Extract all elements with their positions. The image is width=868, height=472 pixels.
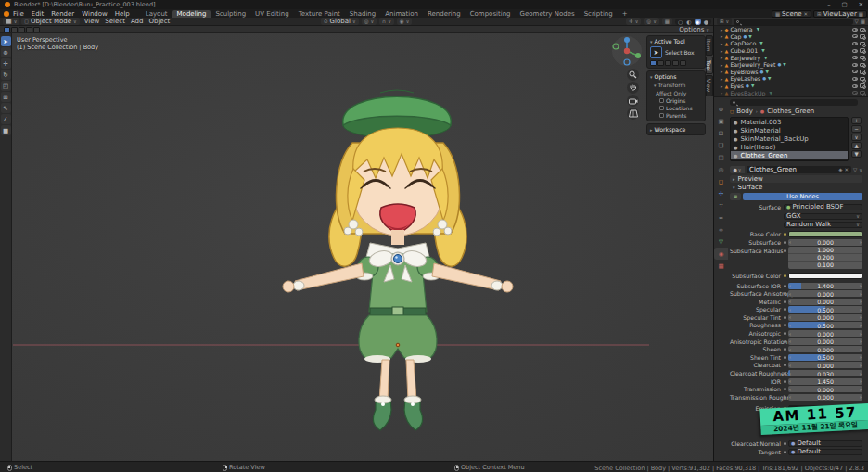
hide-viewport-eye-icon[interactable] [852, 77, 858, 81]
property-slider[interactable]: 0.500 ‹› [788, 322, 862, 328]
select-mode-button[interactable] [26, 27, 32, 32]
properties-tabs-output[interactable]: ⊡ [714, 127, 728, 139]
affect-only-checkbox-row[interactable]: Parents [659, 112, 702, 119]
properties-tabs-constraints[interactable]: ∞ [714, 223, 728, 236]
outliner-filter-icon[interactable]: ▽ [855, 19, 859, 24]
properties-tabs-view-layer[interactable]: ❏ [714, 139, 728, 151]
object-name[interactable]: EarJewelry [730, 55, 760, 61]
expand-icon[interactable]: ▸ [721, 48, 723, 54]
socket-dot-icon[interactable] [784, 249, 786, 252]
item-cursor[interactable]: ⊕ [1, 47, 11, 57]
socket-dot-icon[interactable] [784, 300, 786, 303]
property-slider[interactable]: 0.000 ‹› [788, 314, 862, 321]
proportional-editing-toggle[interactable]: ◉ ∨ [397, 18, 412, 25]
item-transform[interactable]: ⊞ [1, 92, 11, 102]
object-name[interactable]: EyeBrows [730, 69, 758, 75]
property-slider[interactable]: 0.000 ‹› [788, 394, 862, 401]
socket-dot-icon[interactable] [784, 364, 786, 366]
socket-dot-icon[interactable] [784, 442, 786, 445]
sidebar-tab[interactable]: Item [706, 35, 713, 56]
workspace-tab[interactable]: Modeling [172, 10, 211, 18]
outliner-options-icon[interactable]: ▦ [861, 19, 865, 24]
outliner-row[interactable]: ▸ ▲ EyesBackUp ▼ [714, 89, 868, 96]
hide-viewport-eye-icon[interactable] [852, 56, 858, 59]
viewport-menu-item[interactable]: Object [146, 18, 172, 25]
viewlayer-selector[interactable]: ⊞ ViewLayer ▦ [813, 10, 867, 18]
socket-dot-icon[interactable] [784, 388, 786, 390]
hide-viewport-eye-icon[interactable] [852, 91, 858, 95]
property-slider[interactable]: 0.030 ‹› [788, 370, 862, 376]
clearcoat-normal-dropdown[interactable]: ● Default [788, 440, 862, 447]
options-panel-header[interactable]: ▾ Options [650, 73, 702, 80]
workspace-tab[interactable]: UV Editing [250, 10, 294, 18]
hide-viewport-eye-icon[interactable] [852, 70, 858, 73]
workspace-tab[interactable]: Scripting [580, 10, 618, 18]
hide-viewport-eye-icon[interactable] [852, 63, 858, 67]
xray-toggle[interactable]: ▦ [662, 18, 672, 25]
disable-render-camera-icon[interactable] [860, 28, 865, 32]
properties-tabs-render[interactable]: ▣ [714, 115, 728, 127]
unlink-material-icon[interactable]: ✕ [844, 167, 849, 172]
active-tool-panel-header[interactable]: ▾ Active Tool [650, 38, 702, 45]
expand-icon[interactable]: ▸ [721, 33, 723, 39]
disable-render-camera-icon[interactable] [860, 77, 865, 82]
menu-item[interactable]: Edit [28, 10, 48, 18]
select-mode-button[interactable] [672, 60, 679, 66]
property-slider[interactable]: 0.500 ‹› [788, 306, 862, 313]
object-name[interactable]: Eyes [730, 83, 744, 89]
workspace-panel-header[interactable]: ▸ Workspace [650, 126, 702, 133]
object-name[interactable]: EyeLashes [730, 75, 760, 82]
properties-search-input[interactable] [730, 99, 858, 106]
breadcrumb-object[interactable]: Body [736, 108, 753, 115]
preview-panel-header[interactable]: ▸Preview [730, 175, 862, 183]
expand-icon[interactable]: ▸ [721, 55, 723, 60]
radius-y-field[interactable]: 0.200 [788, 254, 862, 262]
affect-only-checkbox-row[interactable]: Origins [659, 97, 702, 104]
viewport-menu-item[interactable]: Select [102, 18, 128, 25]
pivot-point-dropdown[interactable]: ◎ ∨ [362, 18, 377, 25]
socket-dot-icon[interactable] [784, 233, 786, 236]
select-mode-button[interactable] [19, 27, 25, 32]
disable-render-camera-icon[interactable] [860, 42, 865, 46]
properties-tabs-object-data[interactable]: ▽ [714, 236, 728, 248]
outliner-row[interactable]: ▸ ▲ EarJewelry_Feet ● ▼ [714, 61, 868, 69]
object-name[interactable]: Camera [730, 26, 752, 32]
checkbox[interactable] [659, 106, 664, 110]
socket-dot-icon[interactable] [784, 356, 786, 359]
property-slider[interactable]: 1.450 ‹› [788, 378, 862, 385]
property-slider[interactable]: 1.400 ‹› [788, 283, 862, 289]
base-color-swatch[interactable] [788, 231, 862, 237]
item-move[interactable]: ✛ [1, 58, 11, 69]
filter-icon[interactable]: ▽ [853, 167, 857, 172]
select-mode-button[interactable] [11, 27, 18, 32]
expand-icon[interactable]: ▸ [721, 90, 723, 96]
menu-item[interactable]: Render [47, 10, 78, 18]
slot-specials-button[interactable]: ∨ [851, 134, 862, 141]
material-name-field[interactable]: Clothes_Green ◈ ✕ [747, 166, 851, 173]
hide-viewport-eye-icon[interactable] [852, 49, 858, 53]
viewport-canvas[interactable] [0, 33, 713, 461]
zoom-button[interactable] [627, 69, 639, 81]
fake-user-shield-icon[interactable]: ◈ [838, 167, 842, 172]
menu-item[interactable]: Help [111, 10, 134, 18]
shading-mode-button[interactable]: ◉ [695, 19, 701, 25]
workspace-tab[interactable]: Rendering [423, 10, 466, 18]
socket-dot-icon[interactable] [784, 380, 786, 383]
maximize-button[interactable]: ▢ [841, 1, 847, 8]
distribution-dropdown[interactable]: GGX∨ [784, 213, 862, 220]
properties-tabs-physics[interactable]: ≈ [714, 211, 728, 223]
properties-tabs-particles[interactable]: ∵ [714, 199, 728, 211]
property-slider[interactable]: 0.000 ‹› [788, 386, 862, 392]
material-slot-row[interactable]: ● Material.003 [731, 118, 848, 126]
properties-tabs-tool[interactable]: ⊛ [714, 103, 728, 115]
tangent-dropdown[interactable]: ● Default [788, 449, 862, 455]
surface-panel-header[interactable]: ▾Surface [730, 184, 862, 191]
object-name[interactable]: EarJewelry_Feet [730, 61, 775, 68]
scene-selector[interactable]: ▦ Scene ✕ [772, 10, 811, 18]
properties-tabs-object[interactable]: ◻ [714, 175, 728, 187]
workspace-tab[interactable]: Compositing [466, 10, 516, 18]
navigation-gizmo[interactable] [611, 35, 643, 67]
transform-orientation-dropdown[interactable]: ⊙ Global ∨ [321, 18, 359, 25]
minimize-button[interactable]: – [827, 1, 830, 8]
remove-slot-button[interactable]: − [851, 125, 862, 133]
